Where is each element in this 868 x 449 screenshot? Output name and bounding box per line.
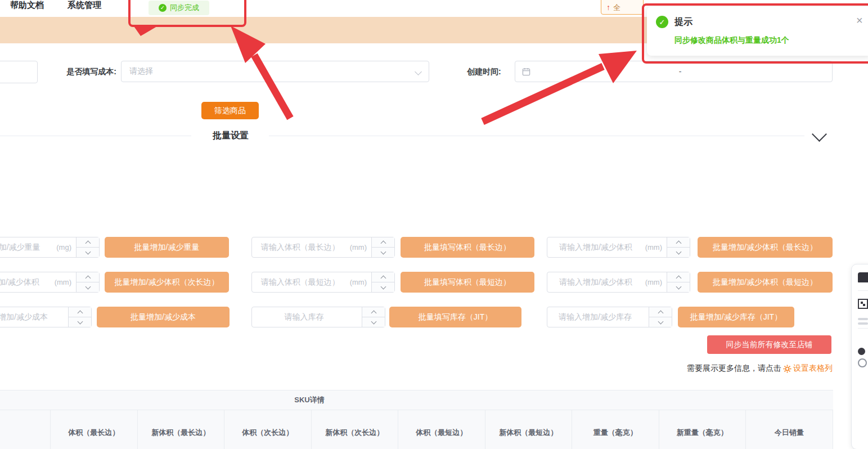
input-placeholder: 请输入增加/减少库存 — [547, 312, 643, 322]
number-stepper — [649, 307, 672, 327]
weight-delta-input[interactable]: 加/减少重量(mg) — [0, 237, 100, 258]
upload-button-partial[interactable]: ↑ 全 — [601, 0, 644, 15]
batch-settings-title: 批量设置 — [198, 130, 263, 142]
batch-adjust-cost-button[interactable]: 批量增加/减少成本 — [97, 307, 230, 327]
panel-faint-icon[interactable] — [858, 318, 868, 320]
more-info-row: 需要展示更多信息，请点击 设置表格列 — [687, 363, 833, 374]
batch-fill-stock-button[interactable]: 批量填写库存（JIT） — [389, 307, 521, 327]
created-time-range-picker[interactable]: - — [515, 61, 833, 82]
check-circle-icon: ✓ — [159, 4, 167, 12]
gear-icon[interactable] — [783, 365, 791, 373]
upload-arrow-icon: ↑ — [606, 3, 610, 11]
stepper-up-button[interactable] — [372, 272, 394, 282]
filter-products-button[interactable]: 筛选商品 — [201, 102, 259, 119]
number-stepper — [667, 237, 690, 257]
number-stepper — [68, 307, 91, 327]
stepper-up-button[interactable] — [667, 237, 690, 248]
stepper-down-button[interactable] — [77, 282, 99, 292]
customer-service-icon[interactable] — [858, 272, 868, 282]
column-header-empty — [0, 410, 51, 449]
cost-filter-select[interactable]: 请选择 — [121, 61, 429, 82]
volume-shortest-input[interactable]: 请输入体积（最短边）(mm) — [251, 272, 395, 293]
cost-select-placeholder: 请选择 — [129, 66, 416, 77]
sync-all-changes-button[interactable]: 同步当前所有修改至店铺 — [707, 335, 831, 354]
nav-help-docs[interactable]: 帮助文档 — [10, 0, 44, 11]
calendar-icon — [522, 68, 530, 76]
column-header: 新体积（最短边） — [485, 410, 573, 449]
toast-close-icon[interactable]: × — [856, 15, 863, 26]
divider-line — [269, 136, 804, 136]
created-time-label: 创建时间: — [467, 67, 501, 77]
unit-label: (mm) — [644, 243, 667, 252]
unit-label: (mm) — [349, 243, 371, 252]
batch-adjust-volume-longest-button[interactable]: 批量增加/减少体积（最长边） — [698, 237, 833, 258]
volume-delta-second-input[interactable]: 加/减少体积(mm) — [0, 272, 100, 293]
batch-adjust-weight-button[interactable]: 批量增加/减少重量 — [105, 237, 229, 258]
stepper-up-button[interactable] — [372, 237, 394, 248]
panel-outline-icon[interactable] — [858, 358, 867, 367]
volume-delta-shortest-input[interactable]: 请输入增加/减少体积(mm) — [547, 272, 690, 293]
sku-table: SKU详情 体积（最长边） 新体积（最长边） 体积（次长边） 新体积（次长边） … — [0, 390, 833, 449]
input-placeholder: 请输入增加/减少体积 — [547, 277, 644, 288]
batch-adjust-stock-button[interactable]: 批量增加/减少库存（JIT） — [678, 307, 794, 327]
stock-input[interactable]: 请输入库存 — [251, 307, 385, 327]
collapse-section-chevron-icon[interactable] — [812, 127, 827, 142]
sync-complete-badge: ✓ 同步完成 — [149, 1, 209, 15]
input-placeholder: 请输入体积（最长边） — [252, 243, 349, 253]
column-header: 新重量（毫克） — [659, 410, 746, 449]
panel-round-icon[interactable] — [858, 348, 865, 355]
stepper-down-button[interactable] — [372, 282, 394, 292]
toast-title: 提示 — [674, 16, 692, 28]
stepper-up-button[interactable] — [667, 272, 690, 282]
table-group-header-row: SKU详情 — [0, 390, 833, 410]
batch-fill-volume-shortest-button[interactable]: 批量填写体积（最短边） — [401, 272, 534, 293]
stepper-up-button[interactable] — [362, 307, 385, 317]
side-tool-panel — [851, 264, 868, 449]
stepper-down-button[interactable] — [667, 248, 690, 257]
stepper-up-button[interactable] — [69, 307, 91, 317]
batch-fill-volume-longest-button[interactable]: 批量填写体积（最长边） — [401, 237, 534, 258]
column-settings-link[interactable]: 设置表格列 — [793, 363, 833, 374]
upload-button-label: 全 — [613, 4, 620, 11]
product-batch-edit-screen: 帮助文档 系统管理 ✓ 同步完成 ↑ 全 是否填写成本: 请选择 创建时间: -… — [0, 0, 868, 449]
stepper-up-button[interactable] — [649, 307, 672, 317]
input-placeholder: 请输入库存 — [252, 312, 356, 322]
stepper-up-button[interactable] — [77, 272, 99, 282]
more-info-text: 需要展示更多信息，请点击 — [687, 363, 781, 374]
panel-divider — [858, 290, 868, 291]
date-range-separator: - — [535, 67, 825, 76]
stepper-down-button[interactable] — [667, 282, 690, 292]
stepper-down-button[interactable] — [77, 248, 99, 257]
column-header: 体积（最短边） — [398, 410, 485, 449]
unit-label: (mm) — [349, 278, 371, 286]
stepper-down-button[interactable] — [649, 317, 672, 327]
input-placeholder: 加/减少重量 — [0, 243, 55, 253]
column-header: 体积（最长边） — [51, 410, 138, 449]
stepper-down-button[interactable] — [372, 248, 394, 257]
number-stepper — [362, 307, 385, 327]
success-toast: ✓ 提示 同步修改商品体积与重量成功1个 × — [647, 7, 868, 56]
qrcode-icon[interactable] — [858, 299, 868, 309]
stepper-up-button[interactable] — [77, 237, 99, 248]
nav-system-management[interactable]: 系统管理 — [68, 0, 101, 11]
stepper-down-button[interactable] — [362, 317, 385, 327]
filter-input-partial[interactable] — [0, 61, 38, 83]
volume-longest-input[interactable]: 请输入体积（最长边）(mm) — [251, 237, 395, 258]
unit-label: (mg) — [55, 243, 76, 252]
batch-adjust-volume-second-button[interactable]: 批量增加/减少体积（次长边） — [105, 272, 229, 293]
input-placeholder: 请输入增加/减少体积 — [547, 243, 644, 253]
stock-delta-input[interactable]: 请输入增加/减少库存 — [547, 307, 672, 327]
stepper-down-button[interactable] — [69, 317, 91, 327]
unit-label: (mm) — [53, 278, 76, 286]
volume-delta-longest-input[interactable]: 请输入增加/减少体积(mm) — [547, 237, 690, 258]
cost-filter-label: 是否填写成本: — [53, 67, 116, 77]
input-placeholder: 加/减少体积 — [0, 277, 53, 288]
number-stepper — [371, 237, 394, 257]
toast-message: 同步修改商品体积与重量成功1个 — [674, 35, 789, 46]
column-header: 新体积（次长边） — [312, 410, 399, 449]
cost-delta-input[interactable]: 增加/减少成本 — [0, 307, 92, 327]
batch-adjust-volume-shortest-button[interactable]: 批量增加/减少体积（最短边） — [698, 272, 833, 293]
input-placeholder: 请输入体积（最短边） — [252, 277, 349, 288]
column-header: 体积（次长边） — [224, 410, 312, 449]
toast-check-icon: ✓ — [656, 16, 668, 28]
